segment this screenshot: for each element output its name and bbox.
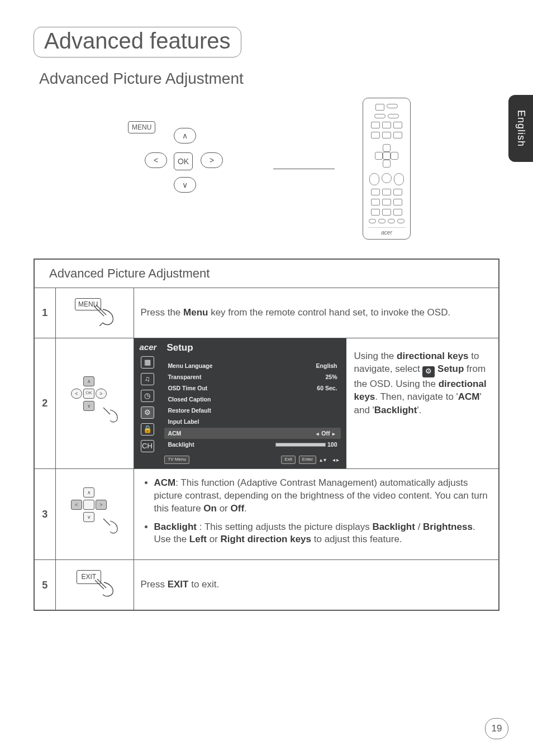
text: key from the remote control hand set, to… (208, 307, 450, 318)
up-key-icon: ∧ (174, 128, 196, 143)
osd-label: Backlight (168, 441, 194, 448)
remote-brand-label: acer (368, 227, 406, 236)
text: Press (141, 579, 168, 590)
right-arrow-icon: ▸ (330, 431, 337, 437)
nav-arrows-icon: ▴▾ ◂▸ (320, 456, 341, 464)
table-row: 2 ∧ < OK > ∨ acer ▦ (34, 338, 499, 468)
lock-icon: 🔒 (141, 423, 154, 436)
osd-label: Transparent (168, 373, 201, 381)
text-bold: Brightness (423, 521, 473, 532)
left-arrow-icon: ◂ (314, 431, 321, 437)
step-number: 2 (34, 338, 55, 468)
osd-value: 25% (325, 373, 337, 381)
step-illustration: ∧ < OK > ∨ (55, 338, 134, 468)
text: or (217, 503, 231, 514)
instruction-table: Advanced Picture Adjustment 1 MENU (34, 259, 499, 611)
text-bold: ACM (458, 391, 480, 402)
language-tab: English (508, 95, 533, 162)
step-description: Press EXIT to exit. (134, 560, 499, 610)
text: . Then, navigate to ' (375, 391, 458, 402)
osd-sidebar: ▦ ♫ ◷ ⚙ 🔒 CH (140, 356, 155, 452)
step-illustration: EXIT (55, 560, 134, 610)
step-description: acer ▦ ♫ ◷ ⚙ 🔒 CH Setup (134, 338, 499, 468)
text: : This setting adjusts the picture displ… (197, 521, 372, 532)
step-number: 5 (34, 560, 55, 610)
osd-foot-menu: TV Menu (164, 456, 189, 464)
table-row: 1 MENU Press the Menu key from the (34, 288, 499, 338)
text: to adjust this feature. (311, 534, 402, 544)
svg-line-4 (103, 519, 110, 525)
osd-heading: Setup (166, 342, 340, 355)
text: . (244, 503, 247, 514)
text-bold: Backlight (154, 521, 197, 532)
step-description: Press the Menu key from the remote contr… (134, 288, 499, 338)
page-number: 19 (485, 718, 508, 739)
text-bold: Menu (183, 307, 208, 318)
table-row: 3 ∧ < > ∨ ACM: This function (Adaptive C… (34, 468, 499, 560)
step-illustration: ∧ < > ∨ (55, 468, 134, 560)
channel-icon: CH (141, 440, 154, 452)
ok-key: OK (174, 152, 193, 170)
language-tab-label: English (515, 110, 527, 147)
osd-label: Input Label (168, 418, 199, 425)
svg-line-2 (99, 323, 103, 326)
page-title: Advanced features (34, 27, 241, 58)
osd-footer: TV Menu Exit Enter ▴▾ ◂▸ (164, 456, 340, 464)
step-number: 1 (34, 288, 55, 338)
osd-value: English (316, 362, 337, 370)
osd-label: Menu Language (168, 362, 212, 370)
svg-line-3 (103, 408, 110, 414)
text-bold: On (203, 503, 217, 514)
text: or (207, 534, 221, 544)
list-item: ACM: This function (Adaptive Contrast Ma… (154, 477, 492, 515)
menu-key: MENU (128, 121, 155, 133)
text-bold: EXIT (168, 579, 189, 590)
text-bold: Right direction keys (221, 534, 311, 544)
osd-label: OSD Time Out (168, 384, 207, 392)
osd-value: 60 Sec. (317, 384, 337, 392)
osd-label: Closed Caption (168, 395, 211, 403)
step-number: 3 (34, 468, 55, 560)
text-bold: Backlight (372, 521, 415, 532)
left-key-icon: < (145, 152, 167, 168)
text-bold: ACM (154, 477, 176, 488)
osd-value: 100 (327, 441, 337, 448)
text: / (415, 521, 423, 532)
text-bold: Off (231, 503, 245, 514)
picture-icon: ▦ (141, 356, 154, 369)
text: to exit. (188, 579, 219, 590)
step-description: ACM: This function (Adaptive Contrast Ma… (134, 468, 499, 560)
connector-line (273, 169, 335, 169)
remote-control-icon: acer (363, 98, 411, 240)
right-key-icon: > (201, 152, 223, 168)
text-bold: directional keys (397, 351, 469, 361)
text-bold: Setup (437, 363, 464, 374)
diagram-remote-dpad: MENU ∧ < OK > ∨ acer (34, 98, 499, 240)
backlight-slider-icon (275, 443, 326, 447)
osd-foot-exit: Exit (281, 456, 295, 464)
osd-value: Off (321, 430, 330, 437)
text: Press the (141, 307, 184, 318)
gear-icon: ⚙ (141, 406, 154, 419)
osd-label: Restore Default (168, 406, 211, 414)
step-description-text: Using the directional keys to navigate, … (346, 338, 499, 468)
table-row: 5 EXIT Press EXIT to exit. (34, 560, 499, 610)
audio-icon: ♫ (141, 373, 154, 385)
text-bold: Backlight (374, 405, 417, 415)
dpad-thumb-icon: ∧ < > ∨ (68, 487, 121, 538)
timer-icon: ◷ (141, 390, 154, 402)
press-exit-icon: EXIT (71, 568, 118, 598)
dpad-cluster: MENU ∧ < OK > ∨ (122, 121, 234, 216)
text: Using the (354, 351, 397, 361)
page-subtitle: Advanced Picture Adjustment (39, 70, 499, 88)
table-header: Advanced Picture Adjustment (34, 259, 499, 288)
osd-setup-screenshot: acer ▦ ♫ ◷ ⚙ 🔒 CH Setup (134, 338, 346, 468)
gear-icon: ⚙ (422, 366, 435, 377)
dpad-thumb-icon: ∧ < OK > ∨ (68, 376, 121, 427)
press-menu-icon: MENU (69, 296, 120, 326)
list-item: Backlight : This setting adjusts the pic… (154, 521, 492, 547)
text-bold: Left (189, 534, 207, 544)
down-key-icon: ∨ (174, 177, 196, 193)
osd-label: ACM (168, 429, 181, 437)
osd-brand: acer (140, 342, 157, 353)
